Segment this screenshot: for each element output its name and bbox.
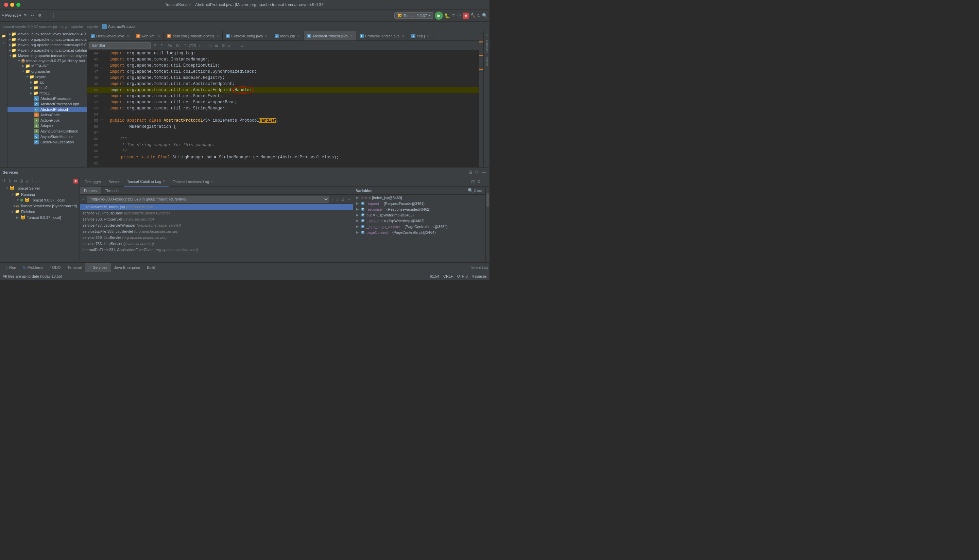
sidebar-item-adapter[interactable]: IAdapter [7, 123, 87, 128]
stack-frame-item[interactable]: service:733, HttpServlet (javax.servlet.… [80, 241, 353, 247]
svc-toggle[interactable]: ▼ [11, 193, 15, 196]
thread-up-btn[interactable]: ↑ [330, 196, 334, 203]
project-icon[interactable]: 📁 [1, 33, 7, 39]
tab-close-btn[interactable]: ✕ [265, 34, 267, 38]
tree-toggle[interactable]: ▶ [21, 64, 25, 68]
bottom-tab-todo[interactable]: TODO [47, 263, 64, 272]
debug-settings-btn[interactable]: ⚙ [476, 178, 482, 185]
debug-tab-debugger[interactable]: Debugger [81, 177, 104, 187]
maven-label[interactable]: Maven [484, 55, 489, 67]
variable-item[interactable]: ▶P_jspx_page_context = {PageContextImpl@… [353, 223, 485, 229]
var-expand[interactable]: ▶ [356, 224, 360, 229]
search-close[interactable]: ✕ [152, 42, 158, 48]
svc-toggle[interactable]: ▶ [16, 216, 20, 219]
svc-toggle[interactable]: ▼ [11, 210, 15, 213]
thread-add-btn[interactable]: + [347, 196, 351, 203]
sidebar-item-maven:-org.apache.tomcat:tomcat-annotations-[interactable]: ▶📁Maven: org.apache.tomcat:tomcat-annota… [7, 37, 87, 42]
variable-item[interactable]: ▶Pout = {JspWriterImpl@3463} [353, 212, 485, 218]
threads-tab[interactable]: Threads [101, 187, 122, 194]
svc-toggle[interactable]: ▼ [16, 198, 20, 202]
settings-button[interactable]: ⚙ [37, 13, 43, 18]
filter-active[interactable]: ≡ [227, 42, 232, 48]
sidebar-item-actioncode[interactable]: EActionCode [7, 112, 87, 118]
stop-button[interactable]: ■ [463, 13, 469, 19]
restart-server-btn[interactable]: ↺ [2, 178, 7, 184]
search-everywhere-button[interactable]: 🔍 [482, 13, 487, 18]
sidebar-item-abstractprocessorlight[interactable]: CAbstractProcessorLight [7, 101, 87, 107]
sync-button[interactable]: ⟳ [22, 13, 28, 18]
regex-btn[interactable]: .* [182, 43, 187, 48]
service-item-tomcatservlet:war-[synchronized][interactable]: ▶⚙TomcatServlet:war [Synchronized] [0, 203, 80, 208]
editor-tab-abstractprotocol.java[interactable]: CAbstractProtocol.java✕ [304, 31, 356, 41]
sidebar-item-coyote[interactable]: ▼📁coyote [7, 74, 87, 80]
stop-red-btn[interactable]: ■ [73, 179, 78, 183]
tab-close-btn[interactable]: ✕ [157, 34, 160, 38]
sidebar-item-http11[interactable]: ▶📁http11 [7, 90, 87, 96]
sidebar-item-meta-inf[interactable]: ▶📁META-INF [7, 63, 87, 68]
thread-down-btn[interactable]: ↓ [335, 196, 339, 203]
tree-toggle[interactable]: ▶ [29, 91, 33, 95]
breadcrumb-jar[interactable]: tomcat-coyote-9.0.37-sources.jar [3, 25, 57, 28]
stack-frame-item[interactable]: service:733, HttpServlet (javax.servlet.… [80, 216, 353, 222]
bottom-tab-build[interactable]: Build [143, 263, 158, 272]
encoding[interactable]: UTF-8 [457, 274, 468, 278]
editor-tab-index.jsp[interactable]: Jindex.jsp✕ [271, 31, 303, 41]
indent-settings[interactable]: 4 spaces [472, 274, 487, 278]
sidebar-item-maven:-org.apache.tomcat:tomcat-coyote:9.0.3[interactable]: ▼📁Maven: org.apache.tomcat:tomcat-coyote… [7, 53, 87, 58]
sidebar-item-abstractprocessor[interactable]: CAbstractProcessor [7, 96, 87, 101]
var-expand[interactable]: ▶ [356, 207, 360, 212]
tab-close-btn[interactable]: ✕ [297, 34, 300, 38]
collapse-tree-btn[interactable]: ⇕ [7, 178, 12, 184]
sidebar-item-abstractprotocol[interactable]: CAbstractProtocol [7, 107, 87, 112]
group-btn[interactable]: ⊞ [19, 178, 24, 184]
editor-tab-pom.xml-(tomcatservlet)[interactable]: mpom.xml (TomcatServlet)✕ [164, 31, 223, 41]
filter-svc-btn[interactable]: ⊿ [25, 178, 30, 184]
sidebar-item-asynccontextcallback[interactable]: IAsyncContextCallback [7, 128, 87, 134]
tree-toggle[interactable]: ▶ [9, 43, 11, 47]
bottom-tab-services[interactable]: 8:Services [85, 263, 110, 272]
sidebar-item-actionhook[interactable]: IActionHook [7, 118, 87, 123]
line-separator[interactable]: CRLF [443, 274, 453, 278]
debug-button[interactable]: 🐛 [444, 13, 450, 18]
var-expand[interactable]: ▶ [356, 195, 360, 200]
code-editor[interactable]: 44import org.apache.util.logging.Log;45i… [87, 50, 479, 167]
var-expand[interactable]: ▶ [356, 201, 360, 206]
breadcrumb-apache[interactable]: apache [71, 25, 83, 28]
debug-tab-tomcat-localhost-log[interactable]: Tomcat Localhost Log✕ [169, 177, 217, 187]
filter-btn[interactable]: ⊞ [220, 42, 226, 48]
debug-tab-server[interactable]: Server [105, 177, 123, 187]
restore-layout-btn[interactable]: ⊞ [470, 178, 475, 185]
var-expand[interactable]: ▶ [356, 218, 360, 223]
editor-tab-contextconfig.java[interactable]: CContextConfig.java✕ [223, 31, 272, 41]
run-button[interactable]: ▶ [435, 12, 443, 20]
tree-toggle[interactable]: ▶ [9, 37, 11, 42]
more-svc-btn[interactable]: ⋯ [35, 178, 41, 184]
prev-result[interactable]: ↑ [197, 42, 202, 48]
tab-close-btn[interactable]: ✕ [402, 34, 404, 38]
sidebar-item-maven:-javax.servlet:javax.servlet-api:4.0.[interactable]: ▶📁Maven: javax.servlet:javax.servlet-api… [7, 31, 87, 37]
var-expand[interactable]: ▶ [356, 230, 360, 235]
service-item-finished[interactable]: ▼📁Finished [0, 208, 80, 214]
tree-toggle[interactable]: ▶ [9, 48, 11, 52]
sidebar-item-maven:-org.apache.tomcat:tomcat-catalina:9.0.[interactable]: ▶📁Maven: org.apache.tomcat:tomcat-catali… [7, 48, 87, 53]
right-scrollbar[interactable] [485, 187, 489, 262]
bottom-tab-problems[interactable]: 6:Problems [19, 263, 47, 272]
tree-toggle[interactable]: ▼ [17, 59, 21, 63]
stack-frame-item[interactable]: internalDoFilter:231, ApplicationFilterC… [80, 247, 353, 253]
filter-icon[interactable]: ⊿ [239, 42, 245, 48]
debug-tab-tomcat-catalina-log[interactable]: Tomcat Catalina Log✕ [124, 177, 168, 187]
search-input[interactable] [89, 42, 150, 49]
tree-toggle[interactable]: ▼ [9, 54, 12, 58]
sidebar-item-org.apache[interactable]: ▼📁org.apache [7, 68, 87, 74]
debug-tab-close[interactable]: ✕ [162, 179, 165, 183]
tree-toggle[interactable]: ▼ [25, 75, 29, 79]
close-button[interactable] [4, 3, 8, 7]
profile-button[interactable]: ⏱ [457, 13, 461, 18]
debug-tab-close[interactable]: ✕ [210, 180, 213, 183]
tree-toggle[interactable]: ▼ [21, 69, 25, 73]
debug-close-btn[interactable]: — [482, 178, 488, 185]
tab-close-btn[interactable]: ✕ [427, 34, 430, 38]
service-item-tomcat-9.0.37-[local][interactable]: ▼🐱Tomcat 9.0.37 [local] [0, 197, 80, 203]
maximize-button[interactable] [16, 3, 20, 7]
structure-icon[interactable]: ≡ [1, 40, 7, 46]
